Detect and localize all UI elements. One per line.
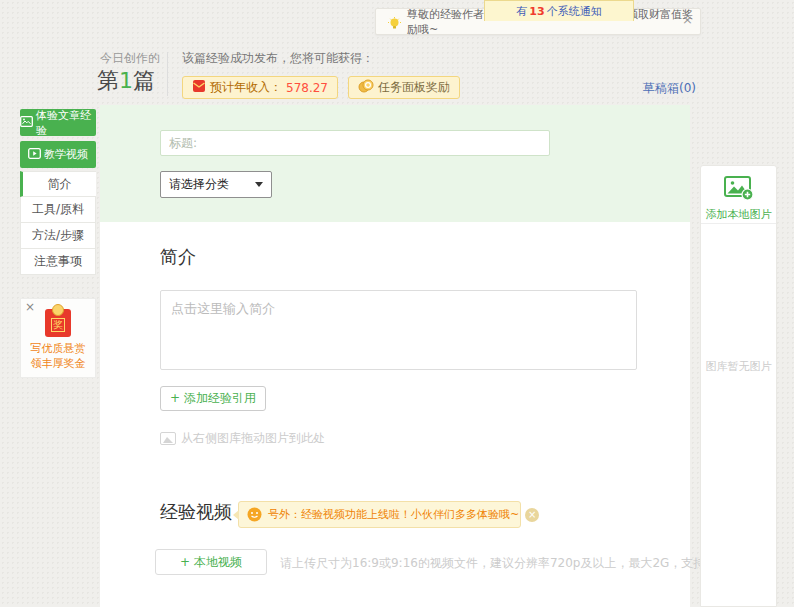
add-local-image-button[interactable]: 添加本地图片 (701, 166, 776, 223)
video-heading: 经验视频 (160, 500, 232, 524)
publish-success-hint: 该篇经验成功发布，您将可能获得： (182, 50, 374, 67)
system-notification-tooltip[interactable]: 有 13 个系统通知 (484, 0, 634, 21)
reward-badges: 预计年收入： 578.27 任务面板奖励 (182, 76, 460, 99)
task-badge-label: 任务面板奖励 (378, 79, 450, 96)
prize-envelope-icon: 奖 (45, 309, 71, 337)
bulb-icon (388, 15, 401, 28)
income-badge: 预计年收入： 578.27 (182, 76, 338, 99)
teaching-video-label: 教学视频 (44, 147, 88, 162)
task-panel-badge: 任务面板奖励 (348, 76, 460, 99)
video-feature-bubble: 号外：经验视频功能上线啦！小伙伴们多多体验哦~ × (238, 501, 521, 528)
count-prefix: 第 (97, 68, 119, 93)
close-icon[interactable]: × (525, 508, 539, 522)
title-section-band: 请选择分类 (100, 105, 690, 222)
reward-promo-box[interactable]: × 奖 写优质悬赏 领丰厚奖金 (20, 298, 96, 378)
intro-textarea[interactable] (160, 290, 637, 370)
experience-article-label: 体验文章经验 (36, 108, 96, 138)
local-video-button[interactable]: + 本地视频 (155, 549, 267, 575)
income-badge-value: 578.27 (286, 81, 328, 95)
prize-char: 奖 (51, 318, 65, 332)
red-envelope-icon (192, 79, 206, 96)
count-suffix: 篇 (133, 68, 155, 93)
drag-hint-text: 从右侧图库拖动图片到此处 (181, 430, 325, 447)
tab-notes[interactable]: 注意事项 (20, 249, 96, 275)
coin-icon (52, 304, 64, 316)
tooltip-suffix: 个系统通知 (547, 4, 602, 19)
close-icon[interactable]: × (682, 13, 693, 26)
promo-line1: 写优质悬赏 (21, 341, 95, 356)
video-icon (28, 148, 41, 162)
chevron-down-icon (255, 182, 263, 187)
editor-main: 请选择分类 简介 + 添加经验引用 从右侧图库拖动图片到此处 经验视频 号外：经… (100, 105, 690, 607)
video-upload-hint: 请上传尺寸为16:9或9:16的视频文件，建议分辨率720p及以上，最大2G，支… (280, 555, 755, 572)
experience-article-button[interactable]: 体验文章经验 (20, 109, 96, 136)
bubble-text: 号外：经验视频功能上线啦！小伙伴们多多体验哦~ (268, 507, 519, 522)
today-created-label: 今日创作的 (100, 50, 160, 67)
tab-intro[interactable]: 简介 (20, 171, 96, 197)
promo-line2: 领丰厚奖金 (21, 356, 95, 371)
image-gallery-panel: 添加本地图片 图库暂无图片 (700, 165, 777, 607)
gallery-divider (701, 223, 776, 224)
category-select[interactable]: 请选择分类 (160, 171, 272, 198)
article-count: 第1篇 (97, 66, 155, 96)
gallery-empty-text: 图库暂无图片 (701, 359, 776, 374)
draftbox-link[interactable]: 草稿箱(0) (643, 80, 696, 97)
title-input[interactable] (160, 130, 550, 156)
add-reference-button[interactable]: + 添加经验引用 (160, 386, 266, 411)
close-icon[interactable]: × (25, 300, 35, 314)
count-number: 1 (119, 68, 133, 93)
smiley-icon (247, 507, 262, 522)
add-image-label: 添加本地图片 (701, 207, 776, 222)
income-badge-label: 预计年收入： (210, 79, 282, 96)
teaching-video-button[interactable]: 教学视频 (20, 141, 96, 168)
tooltip-prefix: 有 (516, 4, 527, 19)
tab-tools[interactable]: 工具/原料 (20, 197, 96, 223)
image-drag-icon (160, 432, 176, 445)
notification-count: 13 (529, 5, 544, 18)
intro-heading: 简介 (160, 245, 196, 269)
coins-icon (358, 79, 374, 96)
tab-steps[interactable]: 方法/步骤 (20, 223, 96, 249)
section-tabs: 简介 工具/原料 方法/步骤 注意事项 (20, 171, 96, 275)
category-selected-value: 请选择分类 (169, 176, 229, 193)
header-divider (167, 52, 168, 96)
article-icon (20, 116, 33, 130)
add-image-icon (724, 186, 754, 205)
drag-image-hint: 从右侧图库拖动图片到此处 (160, 430, 325, 447)
